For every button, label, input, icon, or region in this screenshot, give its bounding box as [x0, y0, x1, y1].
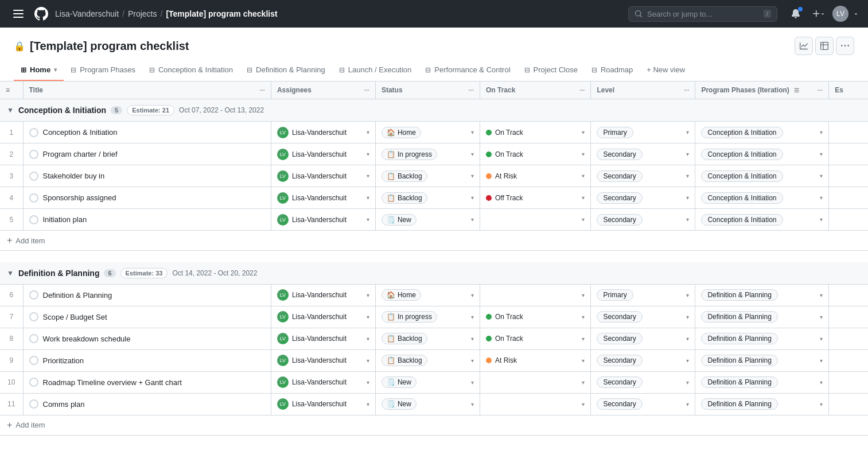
github-logo[interactable] — [32, 5, 50, 23]
ontrack-dropdown[interactable]: ▾ — [582, 216, 585, 223]
ontrack-cell[interactable]: On Track▾ — [486, 129, 585, 137]
th-level[interactable]: Level ··· — [591, 81, 695, 99]
level-badge[interactable]: Primary — [597, 289, 633, 301]
table-row[interactable]: 3 Stakeholder buy in LV Lisa-Vanderschui… — [0, 165, 868, 187]
level-badge[interactable]: Secondary — [597, 311, 642, 323]
status-dropdown[interactable]: ▾ — [471, 129, 474, 135]
ontrack-dropdown[interactable]: ▾ — [582, 336, 585, 342]
add-item-button[interactable]: + Add item — [7, 420, 861, 430]
new-view-tab[interactable]: + New view — [640, 60, 692, 81]
iteration-badge[interactable]: Definition & Planning — [701, 333, 777, 344]
tab-definition-planning[interactable]: ⊟ Definition & Planning — [240, 60, 332, 81]
ontrack-cell[interactable]: Off Track▾ — [486, 194, 585, 202]
table-row[interactable]: 4 Sponsorship assigned LV Lisa-Vandersch… — [0, 187, 868, 209]
assignee-dropdown[interactable]: ▾ — [367, 358, 369, 364]
row-circle[interactable] — [29, 128, 38, 137]
status-badge[interactable]: 🗒️ New — [382, 214, 417, 226]
level-badge[interactable]: Secondary — [597, 376, 642, 388]
status-badge[interactable]: 🏠 Home — [382, 289, 421, 301]
ontrack-dropdown[interactable]: ▾ — [582, 401, 585, 407]
th-iteration-more[interactable]: ··· — [818, 87, 823, 94]
iteration-badge[interactable]: Definition & Planning — [701, 289, 777, 301]
th-status-more[interactable]: ··· — [469, 87, 474, 94]
more-options-button[interactable] — [836, 37, 854, 55]
row-circle[interactable] — [29, 378, 38, 387]
level-dropdown[interactable]: ▾ — [686, 173, 689, 179]
level-dropdown[interactable]: ▾ — [686, 216, 689, 223]
tab-performance-control[interactable]: ⊟ Performance & Control — [418, 60, 517, 81]
iteration-dropdown[interactable]: ▾ — [820, 358, 823, 364]
hamburger-button[interactable] — [9, 5, 28, 23]
search-bar[interactable]: Search or jump to... / — [628, 6, 777, 22]
status-badge[interactable]: 📋 Backlog — [382, 192, 427, 204]
ontrack-dropdown[interactable]: ▾ — [582, 151, 585, 157]
status-dropdown[interactable]: ▾ — [471, 195, 474, 201]
notification-bell[interactable] — [787, 5, 805, 23]
status-dropdown[interactable]: ▾ — [471, 358, 474, 364]
user-avatar[interactable]: LV — [832, 6, 848, 22]
add-item-button[interactable]: + Add item — [7, 235, 861, 246]
tab-home[interactable]: ⊞ Home ▾ — [14, 60, 64, 81]
th-level-more[interactable]: ··· — [684, 87, 689, 94]
avatar-dropdown-icon[interactable] — [853, 11, 859, 17]
ontrack-dropdown[interactable]: ▾ — [582, 173, 585, 179]
tab-program-phases[interactable]: ⊟ Program Phases — [64, 60, 142, 81]
iteration-dropdown[interactable]: ▾ — [820, 173, 823, 179]
iteration-dropdown[interactable]: ▾ — [820, 379, 823, 386]
ontrack-dropdown[interactable]: ▾ — [582, 195, 585, 201]
level-dropdown[interactable]: ▾ — [686, 336, 689, 342]
tab-conception-initiation[interactable]: ⊟ Conception & Initiation — [142, 60, 240, 81]
iteration-badge[interactable]: Conception & Initiation — [701, 214, 783, 226]
assignee-dropdown[interactable]: ▾ — [367, 173, 369, 179]
ontrack-dropdown[interactable]: ▾ — [582, 314, 585, 320]
status-badge[interactable]: 🏠 Home — [382, 127, 421, 138]
table-row[interactable]: 11 Comms plan LV Lisa-Vanderschuit ▾ 🗒️ — [0, 393, 868, 415]
status-dropdown[interactable]: ▾ — [471, 314, 474, 320]
iteration-badge[interactable]: Conception & Initiation — [701, 149, 783, 160]
status-dropdown[interactable]: ▾ — [471, 151, 474, 157]
iteration-dropdown[interactable]: ▾ — [820, 151, 823, 157]
status-dropdown[interactable]: ▾ — [471, 292, 474, 298]
level-dropdown[interactable]: ▾ — [686, 358, 689, 364]
iteration-dropdown[interactable]: ▾ — [820, 292, 823, 298]
breadcrumb-projects[interactable]: Projects — [128, 9, 157, 18]
iteration-dropdown[interactable]: ▾ — [820, 129, 823, 135]
level-badge[interactable]: Secondary — [597, 398, 642, 410]
iteration-badge[interactable]: Definition & Planning — [701, 355, 777, 366]
create-button[interactable] — [809, 5, 828, 23]
status-badge[interactable]: 📋 Backlog — [382, 333, 427, 344]
ontrack-cell[interactable]: At Risk▾ — [486, 172, 585, 180]
ontrack-cell[interactable]: On Track▾ — [486, 313, 585, 321]
assignee-dropdown[interactable]: ▾ — [367, 129, 369, 135]
level-badge[interactable]: Primary — [597, 127, 633, 138]
iteration-badge[interactable]: Definition & Planning — [701, 376, 777, 388]
status-dropdown[interactable]: ▾ — [471, 379, 474, 386]
ontrack-cell[interactable]: On Track▾ — [486, 335, 585, 343]
ontrack-dropdown[interactable]: ▾ — [582, 129, 585, 135]
row-circle[interactable] — [29, 334, 38, 343]
status-badge[interactable]: 🗒️ New — [382, 376, 417, 388]
th-ontrack[interactable]: On Track ··· — [480, 81, 590, 99]
group-toggle[interactable]: ▼ — [7, 106, 14, 114]
table-row[interactable]: 6 Definition & Planning LV Lisa-Vandersc… — [0, 284, 868, 306]
status-dropdown[interactable]: ▾ — [471, 401, 474, 407]
assignee-dropdown[interactable]: ▾ — [367, 314, 369, 320]
status-badge[interactable]: 📋 Backlog — [382, 170, 427, 182]
iteration-dropdown[interactable]: ▾ — [820, 216, 823, 223]
iteration-dropdown[interactable]: ▾ — [820, 195, 823, 201]
status-dropdown[interactable]: ▾ — [471, 336, 474, 342]
table-row[interactable]: 7 Scope / Budget Set LV Lisa-Vanderschui… — [0, 306, 868, 328]
tab-project-close[interactable]: ⊟ Project Close — [517, 60, 585, 81]
th-assignees[interactable]: Assignees ··· — [271, 81, 375, 99]
group-toggle[interactable]: ▼ — [7, 269, 14, 277]
ontrack-cell[interactable]: On Track▾ — [486, 150, 585, 158]
row-circle[interactable] — [29, 312, 38, 321]
status-badge[interactable]: 📋 In progress — [382, 149, 437, 160]
th-assignees-more[interactable]: ··· — [364, 87, 369, 94]
table-row[interactable]: 10 Roadmap Timeline overview + Gantt cha… — [0, 371, 868, 393]
assignee-dropdown[interactable]: ▾ — [367, 379, 369, 386]
iteration-badge[interactable]: Definition & Planning — [701, 311, 777, 323]
level-dropdown[interactable]: ▾ — [686, 401, 689, 407]
assignee-dropdown[interactable]: ▾ — [367, 292, 369, 298]
th-estimate[interactable]: Es — [829, 81, 868, 99]
